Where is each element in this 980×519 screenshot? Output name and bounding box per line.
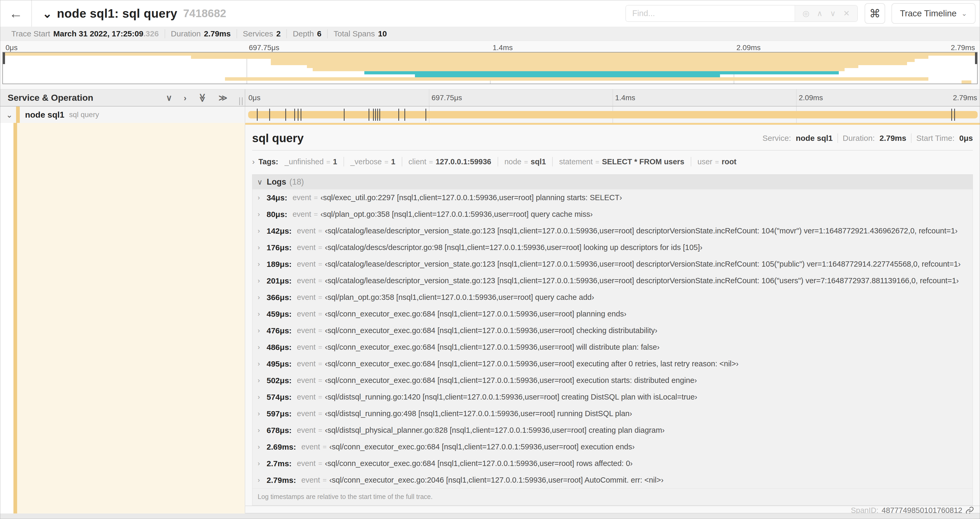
equals-sign: = [318,243,322,252]
column-resizer-grip[interactable] [239,97,243,105]
tag-item: statement = SELECT * FROM users [553,157,690,166]
tag-key: _unfinished [285,157,323,166]
log-marker[interactable] [301,109,301,121]
log-entry[interactable]: › 597μs: event = ‹sql/distsql_running.go… [252,405,973,422]
log-marker[interactable] [425,109,426,121]
log-entry[interactable]: › 2.79ms: event = ‹sql/conn_executor_exe… [252,472,973,489]
minimap-canvas[interactable] [2,52,978,84]
log-entry[interactable]: › 34μs: event = ‹sql/exec_util.go:2297 [… [252,189,973,206]
logs-accordion-header[interactable]: ∨ Logs (18) [252,174,973,189]
log-entry[interactable]: › 574μs: event = ‹sql/distsql_running.go… [252,389,973,405]
log-entry[interactable]: › 189μs: event = ‹sql/catalog/lease/desc… [252,256,973,272]
log-marker[interactable] [373,109,374,121]
log-key: event [297,409,316,418]
trace-view-selector[interactable]: Trace Timeline ⌄ [891,3,975,24]
minimap-scrubber-left[interactable] [3,53,5,64]
log-marker[interactable] [375,109,376,121]
summary-value: 2 [276,29,281,38]
trace-id: 7418682 [183,7,226,20]
log-marker[interactable] [404,109,405,121]
equals-sign: = [318,459,322,468]
log-entry[interactable]: › 176μs: event = ‹sql/catalog/descs/desc… [252,239,973,256]
locate-icon[interactable]: ◎ [802,10,809,18]
summary-label: Duration [171,29,201,38]
log-marker[interactable] [951,109,952,121]
page-title: node sql1: sql query [57,6,177,21]
prev-result-icon[interactable]: ∧ [817,10,822,18]
equals-sign: = [318,260,322,268]
log-marker[interactable] [294,109,295,121]
minimap-span-bar [271,62,907,65]
log-entry[interactable]: › 201μs: event = ‹sql/catalog/lease/desc… [252,272,973,289]
find-input[interactable] [626,6,794,21]
chevron-right-icon: › [258,210,267,218]
span-operation-name[interactable]: sql query [69,110,99,119]
log-entry[interactable]: › 678μs: event = ‹sql/distsql_physical_p… [252,422,973,439]
log-entry[interactable]: › 366μs: event = ‹sql/plan_opt.go:358 [n… [252,289,973,306]
expand-all-icon[interactable]: ≫ [219,94,228,102]
next-result-icon[interactable]: ∨ [830,10,836,18]
log-marker[interactable] [369,109,369,121]
log-message: ‹sql/conn_executor_exec.go:684 [nsql1,cl… [325,459,633,468]
keyboard-shortcuts-button[interactable]: ⌘ [865,3,885,24]
log-marker[interactable] [344,109,345,121]
collapse-one-icon[interactable]: ∨ [166,94,172,102]
title-collapse-icon[interactable]: ⌄ [42,7,52,20]
log-timestamp: 486μs: [267,343,292,352]
back-button[interactable]: ← [0,0,32,27]
top-bar: ← ⌄ node sql1: sql query 7418682 ◎ ∧ ∨ ✕… [0,0,980,27]
chevron-right-icon: › [258,410,267,418]
chevron-right-icon: › [258,393,267,401]
span-row[interactable]: ⌄ node sql1 sql query [0,107,980,123]
log-entry[interactable]: › 476μs: event = ‹sql/conn_executor_exec… [252,322,973,339]
log-marker[interactable] [269,109,270,121]
log-marker[interactable] [954,109,955,121]
log-entry[interactable]: › 486μs: event = ‹sql/conn_executor_exec… [252,339,973,356]
log-entry[interactable]: › 459μs: event = ‹sql/conn_executor_exec… [252,306,973,322]
equals-sign: = [384,158,388,166]
find-tools: ◎ ∧ ∨ ✕ [794,6,857,21]
log-timestamp: 495μs: [267,359,292,369]
tag-item: client = 127.0.0.1:59936 [402,157,498,166]
service-value: node sql1 [796,134,833,143]
log-marker[interactable] [398,109,399,121]
log-entry[interactable]: › 502μs: event = ‹sql/conn_executor_exec… [252,372,973,389]
span-name-column: ⌄ node sql1 sql query [0,107,245,123]
chevron-right-icon: › [258,227,267,235]
log-marker[interactable] [377,109,378,121]
span-duration-bar[interactable] [248,111,978,118]
summary-item: Total Spans 10 [328,29,393,38]
log-entry[interactable]: › 2.69ms: event = ‹sql/conn_executor_exe… [252,439,973,455]
log-entry[interactable]: › 80μs: event = ‹sql/plan_opt.go:358 [ns… [252,206,973,223]
log-key: event [297,293,316,302]
tick-label: 2.09ms [737,43,761,52]
span-service-name[interactable]: node sql1 [25,110,64,120]
chevron-right-icon: › [252,157,255,166]
minimap-span-bar [307,65,858,68]
log-timestamp: 366μs: [267,293,292,302]
summary-value: 2.79ms [204,29,231,38]
tag-key: _verbose [350,157,382,166]
log-marker[interactable] [257,109,258,121]
log-marker[interactable] [379,109,380,121]
log-key: event [297,326,316,335]
log-marker[interactable] [298,109,299,121]
tags-accordion[interactable]: › Tags: _unfinished = 1 _verbose [252,157,973,166]
log-entry[interactable]: › 2.7ms: event = ‹sql/conn_executor_exec… [252,455,973,472]
expand-one-icon[interactable]: › [184,94,186,102]
log-message: ‹sql/catalog/lease/descriptor_version_st… [325,227,958,235]
log-message: ‹sql/plan_opt.go:358 [nsql1,client=127.0… [325,293,594,302]
log-entry[interactable]: › 495μs: event = ‹sql/conn_executor_exec… [252,356,973,372]
trace-minimap: 0μs 697.75μs 1.4ms 2.09ms 2.79ms [0,41,980,89]
log-message: ‹sql/conn_executor_exec.go:684 [nsql1,cl… [325,310,627,318]
clear-search-icon[interactable]: ✕ [843,10,850,18]
log-marker[interactable] [285,109,286,121]
minimap-scrubber-right[interactable] [975,53,977,64]
log-message: ‹sql/conn_executor_exec.go:684 [nsql1,cl… [329,442,635,451]
log-key: event [297,376,316,385]
log-message: ‹sql/conn_executor_exec.go:684 [nsql1,cl… [325,326,657,335]
minimap-span-bar [962,80,971,84]
span-collapse-icon[interactable]: ⌄ [6,110,14,120]
collapse-all-icon[interactable]: ≫ [198,93,207,102]
log-entry[interactable]: › 142μs: event = ‹sql/catalog/lease/desc… [252,223,973,239]
